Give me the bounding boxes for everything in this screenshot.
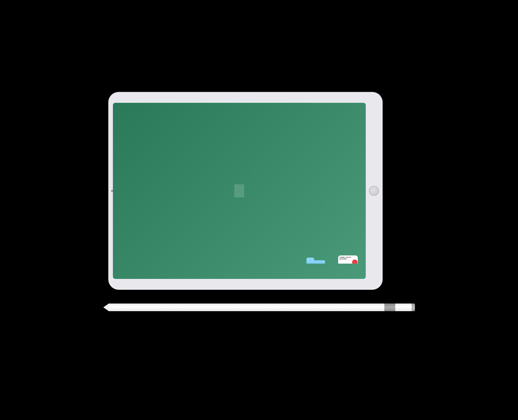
- pencil-eraser: [412, 304, 415, 311]
- mag-accent-circle: [352, 259, 358, 264]
- folder-body: [306, 260, 325, 264]
- magazine-thumb: COMME // GEAUXMAGAZINE: [338, 255, 358, 264]
- teal-thumbnail: [274, 255, 293, 264]
- apple-pencil: [103, 304, 415, 311]
- files-row-4: COMME // GEAUXMAGAZINE: [268, 253, 364, 264]
- bottom-folder-icon: [306, 258, 325, 264]
- pencil-body: [109, 304, 412, 311]
- file-item-teal[interactable]: [272, 253, 295, 264]
- ipad-screen: 09:41 Mon 18 Mar Cancel Window options ⤢…: [113, 103, 366, 279]
- scene: 09:41 Mon 18 Mar Cancel Window options ⤢…: [95, 87, 423, 333]
- files-panel: 📶 100% ‹ Back Cityscape Research: [266, 103, 366, 279]
- teal-thumb: [274, 255, 293, 264]
- home-button[interactable]: [369, 186, 379, 196]
- files-grid: West Coast 8 items East Coast: [266, 130, 366, 264]
- pencil-tip: [103, 304, 109, 311]
- pencil-band: [384, 304, 395, 311]
- magazine-thumbnail: COMME // GEAUXMAGAZINE: [338, 255, 358, 264]
- ipad-device: 09:41 Mon 18 Mar Cancel Window options ⤢…: [109, 92, 382, 289]
- teal-overlay: [274, 255, 293, 264]
